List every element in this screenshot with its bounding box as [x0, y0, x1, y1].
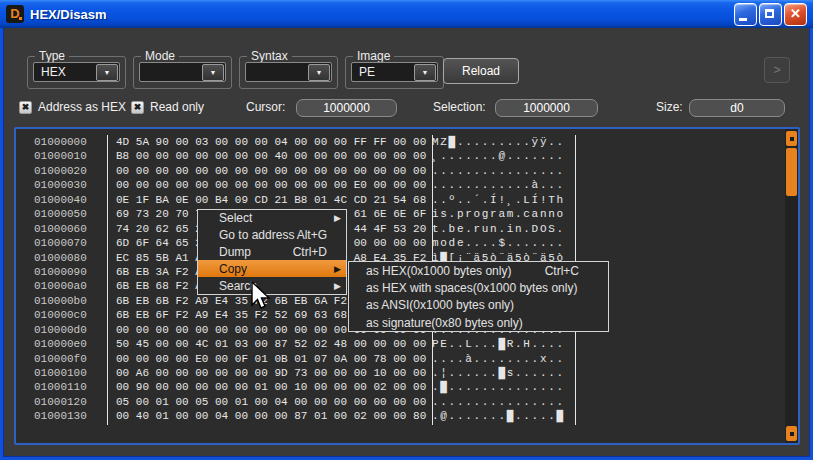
menu-item-label: Go to address	[219, 228, 297, 242]
window-title: HEX/Disasm	[30, 7, 107, 22]
titlebar[interactable]: D HEX/Disasm ✕	[0, 0, 813, 28]
submenu-item[interactable]: as HEX with spaces(0x1000 bytes only)	[349, 279, 608, 296]
hex-row[interactable]: 01000030 00 00 00 00 00 00 00 00 00 00 0…	[16, 178, 784, 192]
hex-bytes[interactable]: 00 40 01 00 00 04 00 00 00 87 01 00 02 0…	[108, 409, 424, 423]
type-dropdown-button[interactable]: ▼	[96, 64, 118, 81]
hex-ascii[interactable]: ..º..´.Í!¸.LÍ!Th	[424, 193, 565, 207]
hex-bytes[interactable]: 00 00 00 00 E0 00 0F 01 0B 01 07 0A 00 7…	[108, 352, 424, 366]
hex-bytes[interactable]: 00 00 00 00 00 00 00 00 00 00 00 00 E0 0…	[108, 178, 424, 192]
context-menu-item[interactable]: Select ▶	[198, 210, 346, 227]
menu-item-label: as HEX(0x1000 bytes only)	[366, 264, 545, 278]
hex-address: 01000110	[16, 380, 108, 394]
hex-row[interactable]: 01000020 00 00 00 00 00 00 00 00 00 00 0…	[16, 164, 784, 178]
hex-ascii[interactable]: ............à...	[424, 178, 565, 192]
mode-dropdown[interactable]: ▼	[139, 62, 226, 82]
hex-row[interactable]: 01000100 00 A6 00 00 00 00 00 00 9D 73 0…	[16, 366, 784, 380]
submenu-item[interactable]: as ANSI(0x1000 bytes only)	[349, 297, 608, 314]
maximize-button[interactable]	[759, 3, 782, 26]
scroll-up-icon	[790, 137, 794, 141]
hex-row[interactable]: 01000060 74 20 62 65 20 72 75 6E 20 69 6…	[16, 222, 784, 236]
vertical-scrollbar[interactable]	[785, 129, 798, 443]
hex-row[interactable]: 01000110 00 90 00 00 00 00 00 01 00 10 0…	[16, 380, 784, 394]
submenu-item[interactable]: as HEX(0x1000 bytes only) Ctrl+C	[349, 262, 608, 279]
menu-item-label: Select	[219, 211, 327, 225]
scroll-down-button[interactable]	[786, 426, 797, 441]
hex-address: 010000e0	[16, 337, 108, 351]
hex-bytes[interactable]: B8 00 00 00 00 00 00 00 40 00 00 00 00 0…	[108, 149, 424, 163]
hex-ascii[interactable]: is.program.canno	[424, 207, 565, 221]
selection-field[interactable]: 1000000	[495, 99, 598, 117]
hex-ascii[interactable]: mode....$.......	[424, 236, 565, 250]
type-dropdown-value: HEX	[34, 65, 96, 79]
hex-bytes[interactable]: 00 90 00 00 00 00 00 01 00 10 00 00 00 0…	[108, 380, 424, 394]
hex-ascii[interactable]: PE..L...█R.H....	[424, 337, 565, 351]
syntax-dropdown[interactable]: ▼	[245, 62, 332, 82]
hex-address: 01000120	[16, 395, 108, 409]
read-only-checkbox[interactable]: ✖	[131, 101, 144, 114]
hex-ascii[interactable]: ¸.......@.......	[424, 149, 565, 163]
menu-item-shortcut: Ctrl+D	[293, 245, 327, 259]
hex-row[interactable]: 01000050 69 73 20 70 72 6F 67 72 61 6D 2…	[16, 207, 784, 221]
syntax-group-label: Syntax	[247, 49, 292, 63]
hex-address: 01000100	[16, 366, 108, 380]
size-label: Size:	[656, 100, 683, 114]
image-dropdown-button[interactable]: ▼	[414, 64, 436, 81]
scroll-up-button[interactable]	[786, 131, 797, 146]
menu-item-shortcut: Alt+G	[297, 228, 327, 242]
hex-ascii[interactable]: MZ█.........ÿÿ..	[424, 135, 565, 149]
chevron-down-icon: ▼	[210, 69, 217, 76]
hex-row[interactable]: 010000f0 00 00 00 00 E0 00 0F 01 0B 01 0…	[16, 352, 784, 366]
minimize-button[interactable]	[734, 3, 757, 26]
image-dropdown[interactable]: PE ▼	[351, 62, 438, 82]
hex-ascii[interactable]: .¦......█s......	[424, 366, 565, 380]
scrollbar-thumb[interactable]	[786, 148, 797, 196]
size-field[interactable]: d0	[689, 99, 785, 117]
hex-address: 01000130	[16, 409, 108, 423]
hex-bytes[interactable]: 05 00 01 00 05 00 01 00 04 00 00 00 00 0…	[108, 395, 424, 409]
image-group-label: Image	[353, 49, 394, 63]
close-icon: ✕	[785, 4, 806, 25]
type-dropdown[interactable]: HEX ▼	[33, 62, 120, 82]
close-button[interactable]: ✕	[784, 3, 807, 26]
cursor-field[interactable]: 1000000	[296, 99, 397, 117]
context-menu-item[interactable]: Dump Ctrl+D	[198, 244, 346, 261]
check-icon: ✖	[22, 102, 30, 113]
hex-ascii[interactable]: ....à........x..	[424, 352, 565, 366]
hex-row[interactable]: 01000130 00 40 01 00 00 04 00 00 00 87 0…	[16, 409, 784, 423]
hex-row[interactable]: 01000040 0E 1F BA 0E 00 B4 09 CD 21 B8 0…	[16, 193, 784, 207]
selection-label: Selection:	[433, 100, 486, 114]
hex-ascii[interactable]: ................	[424, 164, 565, 178]
hex-address: 01000010	[16, 149, 108, 163]
hex-ascii[interactable]: t.be.run.in.DOS.	[424, 222, 565, 236]
menu-item-label: Copy	[219, 262, 327, 276]
context-menu-item[interactable]: Go to address Alt+G	[198, 227, 346, 244]
hex-address: 01000080	[16, 251, 108, 265]
hex-row[interactable]: 01000120 05 00 01 00 05 00 01 00 04 00 0…	[16, 395, 784, 409]
hex-address: 01000020	[16, 164, 108, 178]
type-group-label: Type	[35, 49, 69, 63]
address-as-hex-checkbox[interactable]: ✖	[19, 101, 32, 114]
hex-bytes[interactable]: 00 A6 00 00 00 00 00 00 9D 73 00 00 00 1…	[108, 366, 424, 380]
hex-address: 01000000	[16, 135, 108, 149]
image-dropdown-value: PE	[352, 65, 414, 79]
reload-button[interactable]: Reload	[443, 58, 519, 84]
hex-bytes[interactable]: 00 00 00 00 00 00 00 00 00 00 00 00 00 0…	[108, 164, 424, 178]
hex-address: 01000070	[16, 236, 108, 250]
forward-button[interactable]: >	[764, 57, 790, 83]
syntax-dropdown-button[interactable]: ▼	[308, 64, 330, 81]
hex-ascii[interactable]: .@.......█.....█	[424, 409, 565, 423]
hex-bytes[interactable]: 0E 1F BA 0E 00 B4 09 CD 21 B8 01 4C CD 2…	[108, 193, 424, 207]
hex-row[interactable]: 01000070 6D 6F 64 65 2E 0D 0D 0A 24 00 0…	[16, 236, 784, 250]
hex-bytes[interactable]: 50 45 00 00 4C 01 03 00 87 52 02 48 00 0…	[108, 337, 424, 351]
chevron-down-icon: ▼	[316, 69, 323, 76]
mode-dropdown-button[interactable]: ▼	[202, 64, 224, 81]
hex-row[interactable]: 01000010 B8 00 00 00 00 00 00 00 40 00 0…	[16, 149, 784, 163]
submenu-item[interactable]: as signature(0x80 bytes only)	[349, 314, 608, 331]
context-menu-item[interactable]: Copy ▶	[198, 260, 346, 277]
hex-ascii[interactable]: ................	[424, 395, 565, 409]
hex-row[interactable]: 010000e0 50 45 00 00 4C 01 03 00 87 52 0…	[16, 337, 784, 351]
hex-bytes[interactable]: 4D 5A 90 00 03 00 00 00 04 00 00 00 FF F…	[108, 135, 424, 149]
hex-row[interactable]: 01000000 4D 5A 90 00 03 00 00 00 04 00 0…	[16, 135, 784, 149]
hex-ascii[interactable]: .█..............	[424, 380, 565, 394]
hex-address: 010000c0	[16, 308, 108, 322]
